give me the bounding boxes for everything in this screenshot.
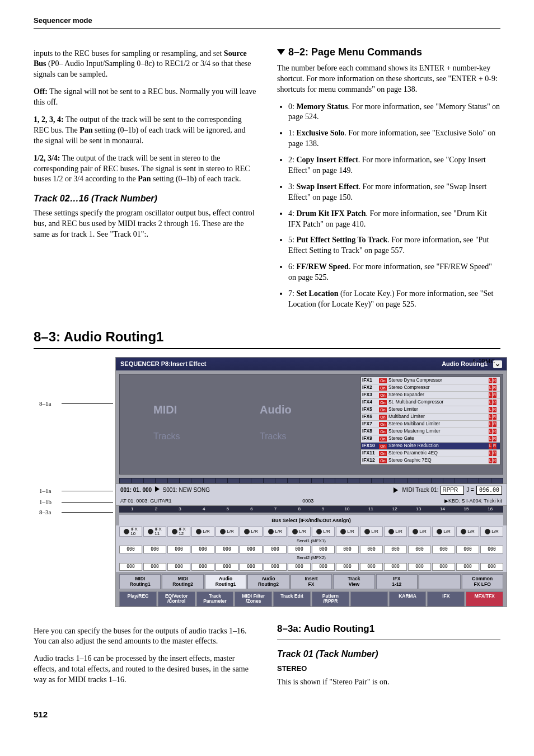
ifx-row[interactable]: IFX4OnSt. Multiband CompressorLR — [361, 399, 500, 406]
menu-item: 2: Copy Insert Effect. For more informat… — [288, 155, 500, 176]
page-menu-intro: The number before each command shows its… — [277, 63, 500, 95]
ifx-row[interactable]: IFX9OnStereo GateLR — [361, 435, 500, 443]
send-value[interactable]: 000 — [480, 563, 503, 571]
tab[interactable]: Track View — [333, 574, 374, 589]
send-value[interactable]: 000 — [336, 563, 359, 571]
tab[interactable]: Audio Routing1 — [205, 574, 246, 589]
send-value[interactable]: 000 — [143, 546, 166, 553]
send-value[interactable]: 000 — [384, 546, 407, 553]
send-value[interactable]: 000 — [191, 546, 214, 553]
send-value[interactable]: 000 — [312, 563, 335, 571]
tab[interactable]: MFX/TFX — [466, 591, 503, 607]
bus-select-cell[interactable]: L/R — [191, 527, 214, 537]
ifx-row[interactable]: IFX11OnStereo Parametric 4EQLR — [361, 450, 500, 457]
send-value[interactable]: 000 — [408, 546, 431, 553]
send-value[interactable]: 000 — [432, 563, 455, 571]
rppr-checkbox-label[interactable]: RPPR — [441, 486, 464, 495]
tab[interactable]: IFX 1-12 — [376, 574, 418, 589]
send-value[interactable]: 000 — [240, 546, 263, 553]
song-position[interactable]: 001: 01. 000 — [120, 487, 152, 493]
send-value[interactable]: 000 — [480, 546, 503, 553]
stereo-heading: STEREO — [277, 664, 500, 674]
bus-select-cell[interactable]: L/R — [480, 527, 503, 537]
tab[interactable]: Insert FX — [291, 574, 332, 589]
tab[interactable]: KARMA — [389, 591, 427, 607]
ifx-row[interactable]: IFX1OnStereo Dyna CompressorLR — [361, 377, 500, 384]
bus-select-cell[interactable]: IFX 12 — [167, 527, 190, 537]
kbd-program[interactable]: ▶KBD: S I-A004: Tricki kit — [444, 497, 502, 504]
send-value[interactable]: 000 — [288, 546, 311, 553]
send-value[interactable]: 000 — [191, 563, 214, 571]
send-value[interactable]: 000 — [408, 563, 431, 571]
tab[interactable]: Track Edit — [273, 591, 311, 607]
bus-select-cell[interactable]: L/R — [360, 527, 383, 537]
play-icon[interactable] — [155, 486, 160, 492]
send-value[interactable]: 000 — [167, 546, 190, 553]
send-value[interactable]: 000 — [240, 563, 263, 571]
ifx-row[interactable]: IFX10OnStereo Noise ReductionLR — [361, 443, 500, 450]
send-value[interactable]: 000 — [119, 546, 142, 553]
send-value[interactable]: 000 — [384, 563, 407, 571]
tab[interactable]: Pattern /RPPR — [312, 591, 349, 607]
send-value[interactable]: 000 — [360, 546, 383, 553]
channel-numbers: 12345678910111213141516 — [119, 506, 503, 513]
ifx-row[interactable]: IFX3OnStereo ExpanderLR — [361, 392, 500, 399]
ifx-row[interactable]: IFX8OnStereo Mastering LimiterLR — [361, 428, 500, 435]
bus-select-cell[interactable]: IFX 11 — [143, 527, 166, 537]
send-value[interactable]: 000 — [216, 546, 238, 553]
tab[interactable]: Common FX LFO — [462, 574, 503, 589]
tab[interactable]: EQ/Vector /Control — [158, 591, 195, 607]
running-header: Sequencer mode — [34, 16, 500, 29]
track-name[interactable]: AT 01: 0003: GUITAR1 — [120, 497, 172, 504]
send-value[interactable]: 000 — [336, 546, 359, 553]
send-value[interactable]: 000 — [264, 563, 287, 571]
tab[interactable]: Play/REC — [119, 591, 157, 607]
bus-select-cell[interactable]: L/R — [216, 527, 238, 537]
ifx-row[interactable]: IFX6OnMultiband LimiterLR — [361, 414, 500, 421]
send-value[interactable]: 000 — [119, 563, 142, 571]
routing-graph[interactable]: MIDI Audio Tracks Tracks IFX1OnStereo Dy… — [119, 374, 503, 475]
song-name[interactable]: S001: NEW SONG — [163, 487, 210, 493]
bus-select-cell[interactable]: L/R — [456, 527, 479, 537]
ifx-row[interactable]: IFX12OnStereo Graphic 7EQLR — [361, 457, 500, 464]
send-value[interactable]: 000 — [288, 563, 311, 571]
ifx-row[interactable]: IFX2OnStereo CompressorLR — [361, 384, 500, 392]
top-two-columns: inputs to the REC buses for sampling or … — [34, 45, 500, 316]
bus-select-cell[interactable]: L/R — [240, 527, 263, 537]
send-value[interactable]: 000 — [167, 563, 190, 571]
bus-select-cell[interactable]: L/R — [408, 527, 431, 537]
tempo-label: J = — [466, 486, 474, 494]
tab[interactable]: IFX — [427, 591, 465, 607]
ifx-row[interactable]: IFX7OnStereo Multiband LimiterLR — [361, 421, 500, 428]
tab[interactable]: MIDI Routing1 — [119, 574, 161, 589]
tab[interactable]: Audio Routing2 — [247, 574, 289, 589]
bus-select-cell[interactable]: L/R — [384, 527, 407, 537]
track-strip — [119, 478, 503, 483]
left-column: inputs to the REC buses for sampling or … — [34, 45, 257, 316]
bus-select-cell[interactable]: L/R — [432, 527, 455, 537]
send-value[interactable]: 000 — [360, 563, 383, 571]
bus-select-cell[interactable]: L/R — [336, 527, 359, 537]
bus-select-cell[interactable]: IFX 10 — [119, 527, 142, 537]
send-value[interactable]: 000 — [264, 546, 287, 553]
play-icon[interactable] — [394, 487, 398, 493]
send-value[interactable]: 000 — [456, 546, 479, 553]
bus-select-cell[interactable]: L/R — [312, 527, 335, 537]
bus-select-cell[interactable]: L/R — [288, 527, 311, 537]
send-value[interactable]: 000 — [456, 563, 479, 571]
send-value[interactable]: 000 — [432, 546, 455, 553]
send-value[interactable]: 000 — [216, 563, 238, 571]
lower-tabs: Play/RECEQ/Vector /ControlTrack Paramete… — [119, 591, 503, 607]
midi-track-select[interactable]: MIDI Track 01: — [402, 486, 438, 494]
tempo-value[interactable]: 096.00 — [476, 486, 502, 495]
tab[interactable]: MIDI Routing2 — [162, 574, 203, 589]
8-3a-heading: 8–3a: Audio Routing1 — [277, 623, 500, 636]
text: inputs to the REC buses for sampling or … — [34, 49, 224, 58]
send-value[interactable]: 000 — [312, 546, 335, 553]
send-value[interactable]: 000 — [143, 563, 166, 571]
bus-select-cell[interactable]: L/R — [264, 527, 287, 537]
tab[interactable]: Track Parameter — [196, 591, 234, 607]
tab[interactable]: MIDI Filter /Zones — [235, 591, 272, 607]
ifx-row[interactable]: IFX5OnStereo LimiterLR — [361, 406, 500, 414]
text: setting (0–1b) of each track. — [153, 175, 241, 183]
